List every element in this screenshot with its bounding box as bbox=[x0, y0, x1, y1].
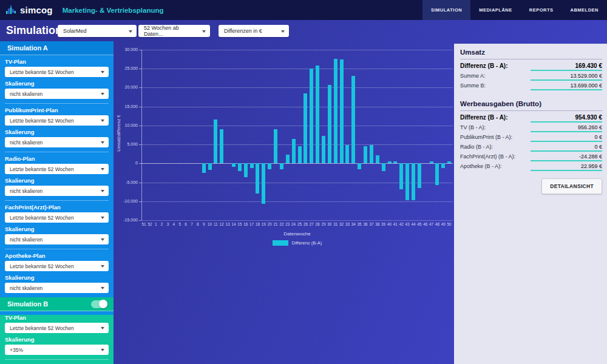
radio-plan-select[interactable]: Letzte bekannte 52 Wochen bbox=[5, 164, 109, 174]
unit-select[interactable]: Differenzen in € bbox=[219, 25, 289, 37]
bar-week-33 bbox=[345, 145, 349, 163]
plan-fachprint-arzt-plan: FachPrint(Arzt)-Plan Letzte bekannte 52 … bbox=[5, 200, 109, 249]
bar-week-17 bbox=[250, 163, 254, 168]
tv-plan-scaling-select[interactable]: +35% bbox=[5, 345, 109, 355]
bar-week-39 bbox=[382, 163, 385, 171]
bar-week-47 bbox=[430, 161, 433, 164]
gridline-25000 bbox=[141, 69, 453, 69]
chevron-down-icon bbox=[101, 265, 104, 268]
result-label: FachPrint(Arzt) (B - A): bbox=[460, 153, 515, 160]
fachprint-arzt-plan-select-value: Letzte bekannte 52 Wochen bbox=[10, 215, 74, 221]
product-select[interactable]: SolarMed bbox=[58, 25, 137, 37]
chart-legend: Differenz (B-A) bbox=[141, 240, 453, 246]
bar-week-50 bbox=[447, 161, 451, 164]
bar-week-34 bbox=[351, 76, 355, 164]
simulation-b-title: Simulation B bbox=[7, 300, 48, 308]
bar-week-15 bbox=[238, 163, 242, 171]
logo-text: simcog bbox=[20, 5, 53, 15]
y-tick-mark bbox=[139, 163, 141, 164]
legend-swatch bbox=[273, 240, 288, 246]
bar-week-14 bbox=[232, 163, 236, 167]
nav-item-simulation[interactable]: SIMULATION bbox=[422, 0, 470, 20]
panel-section-umsatz: Umsatz Differenz (B - A): 169.430 € Summ… bbox=[460, 46, 602, 90]
gridline-20000 bbox=[141, 87, 453, 88]
bar-week-37 bbox=[370, 145, 373, 164]
main-nav: SIMULATIONMEDIAPLÄNEREPORTSABMELDEN bbox=[422, 0, 607, 20]
result-label: Apotheke (B - A): bbox=[460, 163, 502, 169]
plan-publikumprint-plan: PublikumPrint-Plan Letzte bekannte 52 Wo… bbox=[5, 103, 109, 152]
nav-item-mediapl-ne[interactable]: MEDIAPLÄNE bbox=[470, 0, 521, 20]
tv-plan-select[interactable]: Letzte bekannte 52 Wochen bbox=[5, 67, 109, 77]
y-tick-label: 0 bbox=[114, 161, 138, 165]
result-label: Summe A: bbox=[460, 73, 486, 79]
chevron-down-icon bbox=[101, 349, 104, 351]
y-tick-label: -5.000 bbox=[114, 180, 138, 184]
page-title: Simulation bbox=[6, 24, 62, 37]
result-label: Differenz (B - A): bbox=[460, 62, 508, 69]
scaling-label: Skalierung bbox=[5, 81, 109, 87]
y-tick-label: 20.000 bbox=[114, 85, 138, 89]
result-value: 13.529.000 € bbox=[531, 73, 602, 81]
result-value: 13.699.000 € bbox=[531, 83, 602, 90]
tv-plan-select[interactable]: Letzte bekannte 52 Wochen bbox=[5, 323, 109, 333]
apotheke-plan-select[interactable]: Letzte bekannte 52 Wochen bbox=[5, 261, 109, 271]
apotheke-plan-select-value: Letzte bekannte 52 Wochen bbox=[10, 263, 74, 269]
publikumprint-plan-select[interactable]: Letzte bekannte 52 Wochen bbox=[5, 115, 109, 126]
y-tick-mark bbox=[139, 201, 141, 202]
plan-name-label: Apotheke-Plan bbox=[5, 253, 109, 259]
fachprint-arzt-plan-select[interactable]: Letzte bekannte 52 Wochen bbox=[5, 212, 109, 223]
weeks-select[interactable]: 52 Wochen ab Daten... bbox=[138, 25, 210, 37]
result-row: Differenz (B - A): 954.930 € bbox=[460, 114, 602, 123]
bar-week-35 bbox=[358, 163, 361, 169]
nav-item-abmelden[interactable]: ABMELDEN bbox=[562, 0, 607, 20]
result-row: Differenz (B - A): 169.430 € bbox=[460, 62, 602, 71]
simulation-b-toggle[interactable] bbox=[91, 300, 107, 308]
chevron-down-icon bbox=[101, 238, 104, 241]
app-subtitle: Marketing- & Vertriebsplanung bbox=[63, 7, 164, 14]
bar-week-23 bbox=[286, 155, 290, 163]
y-tick-label: -15.000 bbox=[114, 218, 138, 222]
tv-plan-scaling-select[interactable]: nicht skalieren bbox=[5, 89, 109, 99]
bar-week-11 bbox=[214, 120, 217, 163]
top-header-bar: simcog Marketing- & Vertriebsplanung SIM… bbox=[0, 0, 607, 20]
apotheke-plan-scaling-select[interactable]: nicht skalieren bbox=[5, 283, 109, 293]
plot-area bbox=[141, 50, 453, 220]
tv-plan-scaling-value: +35% bbox=[10, 347, 23, 353]
bar-week-29 bbox=[322, 136, 325, 164]
result-row: Radio (B - A): 0 € bbox=[460, 144, 602, 152]
gridline-5000 bbox=[141, 144, 453, 145]
simulation-a-section: TV-Plan Letzte bekannte 52 WochenSkalier… bbox=[0, 59, 114, 297]
result-label: Radio (B - A): bbox=[460, 144, 493, 150]
y-tick-label: 10.000 bbox=[114, 123, 138, 127]
bar-week-16 bbox=[244, 163, 248, 177]
bar-week-12 bbox=[220, 129, 223, 164]
x-tick-label: 50 bbox=[445, 222, 453, 226]
fachprint-arzt-plan-scaling-select[interactable]: nicht skalieren bbox=[5, 234, 109, 244]
product-select-value: SolarMed bbox=[63, 28, 87, 34]
detail-view-button[interactable]: DETAILANSICHT bbox=[541, 178, 602, 194]
publikumprint-plan-select-value: Letzte bekannte 52 Wochen bbox=[10, 118, 74, 124]
y-tick-label: -10.000 bbox=[114, 199, 138, 203]
publikumprint-plan-scaling-select[interactable]: nicht skalieren bbox=[5, 137, 109, 147]
radio-plan-scaling-value: nicht skalieren bbox=[10, 188, 42, 194]
section-title: Werbeausgaben (Brutto) bbox=[460, 98, 602, 111]
bar-week-30 bbox=[328, 85, 331, 163]
plan-name-label: FachPrint(Arzt)-Plan bbox=[5, 204, 109, 211]
scaling-label: Skalierung bbox=[5, 337, 109, 343]
plan-tv-plan: TV-Plan Letzte bekannte 52 WochenSkalier… bbox=[5, 59, 109, 103]
plan-apotheke-plan: Apotheke-Plan Letzte bekannte 52 WochenS… bbox=[5, 249, 109, 297]
bar-week-18 bbox=[256, 163, 259, 193]
bar-week-26 bbox=[304, 93, 307, 164]
bar-chart: Umsatzdifferenz € Datenwoche Differenz (… bbox=[114, 41, 454, 364]
gridline-15000 bbox=[141, 107, 453, 107]
nav-item-reports[interactable]: REPORTS bbox=[521, 0, 562, 20]
bar-week-43 bbox=[405, 163, 409, 200]
y-tick-mark bbox=[139, 144, 141, 145]
bar-week-45 bbox=[418, 163, 421, 188]
bar-week-32 bbox=[340, 59, 344, 163]
bar-week-21 bbox=[274, 129, 277, 163]
bar-week-31 bbox=[334, 59, 337, 163]
radio-plan-scaling-select[interactable]: nicht skalieren bbox=[5, 186, 109, 196]
chevron-down-icon bbox=[101, 71, 104, 73]
chevron-down-icon bbox=[101, 287, 104, 289]
